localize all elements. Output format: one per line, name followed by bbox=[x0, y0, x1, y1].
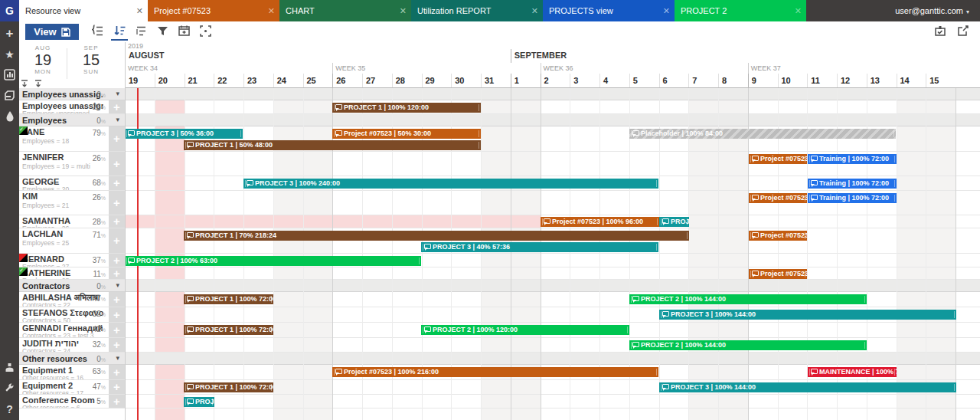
collapse-all-icon[interactable] bbox=[21, 80, 28, 87]
day-header-cell[interactable]: 5 bbox=[629, 74, 659, 88]
task-bar[interactable]: PROJECT 1 | 50% 48:00 bbox=[184, 140, 481, 150]
resource-row[interactable]: Equipment 1Other resources = 16+63% bbox=[19, 365, 125, 380]
resource-row[interactable]: JENNIFEREmployees = 19 = multi+26% bbox=[19, 152, 125, 176]
day-header-cell[interactable]: 24 bbox=[273, 74, 303, 88]
task-bar[interactable]: PROJECT 3 | 40% 57:36 bbox=[421, 242, 658, 252]
day-header-cell[interactable]: 8 bbox=[718, 74, 748, 88]
view-tab[interactable]: Resource view✕ bbox=[19, 0, 148, 21]
add-task-button[interactable]: + bbox=[109, 365, 125, 379]
resource-row[interactable]: GENNADI ГеннадийContractors = 23 = test … bbox=[19, 323, 125, 338]
add-task-button[interactable]: + bbox=[109, 176, 125, 190]
view-tab[interactable]: CHART✕ bbox=[279, 0, 411, 21]
help-icon[interactable]: ? bbox=[0, 402, 19, 418]
add-task-button[interactable]: + bbox=[109, 292, 125, 307]
ganttic-logo[interactable]: G bbox=[0, 0, 19, 21]
day-header-cell[interactable]: 14 bbox=[897, 74, 926, 88]
resource-row[interactable]: STEFANOS ΣτεφανοςContractors = 50+32% bbox=[19, 307, 125, 323]
day-header-cell[interactable]: 21 bbox=[185, 74, 214, 88]
task-bar[interactable]: PROJECT 1 | 70% 218:24 bbox=[184, 231, 689, 241]
day-header-cell[interactable]: 27 bbox=[362, 74, 392, 88]
wrench-icon[interactable] bbox=[0, 381, 19, 398]
day-header-cell[interactable]: 13 bbox=[867, 74, 897, 88]
day-header-cell[interactable]: 4 bbox=[599, 74, 629, 88]
task-bar[interactable]: Training | 100% 72:00 bbox=[808, 179, 897, 189]
task-bar[interactable]: Placeholder | 100% 84:00 bbox=[629, 129, 896, 139]
task-bar[interactable]: PROJECT 3 | 100% 144:00 bbox=[659, 310, 956, 320]
view-save-button[interactable]: View bbox=[25, 24, 79, 40]
task-bar[interactable]: PROJECT 1 | 100% 72:00 bbox=[184, 382, 273, 392]
resource-row[interactable]: CATHERINEEmployees = 28+✓11% bbox=[19, 267, 125, 280]
add-task-button[interactable]: + bbox=[109, 100, 125, 113]
resource-row[interactable]: Conference RoomOther resources = 6+5% bbox=[19, 395, 125, 409]
day-header-cell[interactable]: 26 bbox=[332, 74, 362, 88]
views-tray-icon[interactable] bbox=[0, 88, 19, 105]
task-bar[interactable]: Project #07523 | 100% 216:00 bbox=[332, 367, 658, 377]
sort-icon[interactable] bbox=[111, 25, 128, 41]
task-bar[interactable]: PROJECT 3 | 100% 240:00 bbox=[243, 179, 658, 189]
task-bar[interactable]: PROJ... bbox=[659, 217, 689, 227]
focus-icon[interactable] bbox=[197, 25, 214, 39]
add-task-button[interactable]: + bbox=[109, 215, 125, 228]
resource-row[interactable]: LACHLANEmployees = 25+71% bbox=[19, 228, 125, 254]
day-header-cell[interactable]: 23 bbox=[243, 74, 273, 88]
group-icon[interactable] bbox=[132, 25, 149, 39]
resource-row[interactable]: KIMEmployees = 21+26% bbox=[19, 191, 125, 215]
task-bar[interactable]: PROJ... bbox=[184, 397, 214, 407]
day-header-cell[interactable]: 9 bbox=[748, 74, 778, 88]
task-bar[interactable]: PROJECT 1 | 100% 72:00 bbox=[184, 294, 273, 304]
resource-row[interactable]: JANEEmployees = 18+✓79% bbox=[19, 126, 125, 152]
add-task-button[interactable]: + bbox=[109, 395, 125, 408]
close-icon[interactable]: ✕ bbox=[136, 6, 143, 16]
day-header-cell[interactable]: 11 bbox=[807, 74, 837, 88]
day-header-cell[interactable]: 2 bbox=[541, 74, 570, 88]
day-header-cell[interactable]: 25 bbox=[303, 74, 333, 88]
chevron-down-icon[interactable]: ▾ bbox=[116, 354, 119, 362]
chevron-down-icon[interactable]: ▾ bbox=[116, 116, 119, 123]
share-icon[interactable] bbox=[957, 25, 972, 38]
close-icon[interactable]: ✕ bbox=[268, 6, 275, 16]
close-icon[interactable]: ✕ bbox=[531, 6, 538, 16]
resource-row[interactable]: GEORGEEmployees = 20+68% bbox=[19, 176, 125, 191]
calendar-add-icon[interactable] bbox=[175, 25, 192, 39]
day-header-cell[interactable]: 7 bbox=[688, 74, 718, 88]
report-chart-icon[interactable] bbox=[0, 67, 19, 84]
resource-row[interactable]: Employees unassignedEmployees unassigned… bbox=[19, 100, 125, 114]
droplet-icon[interactable] bbox=[0, 109, 19, 126]
add-task-button[interactable]: + bbox=[109, 380, 125, 394]
add-task-button[interactable]: + bbox=[109, 323, 125, 337]
view-tab[interactable]: PROJECT 2✕ bbox=[675, 0, 806, 21]
task-bar[interactable]: Project #07523 | ... bbox=[749, 154, 807, 164]
day-header-cell[interactable]: 30 bbox=[451, 74, 481, 88]
task-bar[interactable]: Training | 100% 72:00 bbox=[808, 154, 897, 164]
expand-all-icon[interactable] bbox=[34, 80, 42, 87]
plus-icon[interactable]: + bbox=[0, 26, 19, 43]
day-header-cell[interactable]: 6 bbox=[659, 74, 689, 88]
task-bar[interactable]: Project #07523 | ... bbox=[749, 231, 807, 241]
user-icon[interactable] bbox=[0, 360, 19, 377]
add-task-button[interactable]: + bbox=[109, 228, 125, 253]
task-bar[interactable]: Training | 100% 72:00 bbox=[808, 193, 897, 203]
close-icon[interactable]: ✕ bbox=[400, 6, 407, 16]
task-bar[interactable]: Project #07523 | ... bbox=[749, 193, 807, 203]
close-icon[interactable]: ✕ bbox=[795, 6, 802, 16]
task-bar[interactable]: Project #07523 | ... bbox=[749, 269, 807, 279]
view-tab[interactable]: Project #07523✕ bbox=[148, 0, 279, 21]
user-menu[interactable]: user@ganttic.com▾ bbox=[895, 0, 969, 21]
resource-row[interactable]: Equipment 2Other resources = 17+47% bbox=[19, 380, 125, 395]
add-task-button[interactable]: + bbox=[109, 307, 125, 322]
import-check-icon[interactable] bbox=[934, 25, 949, 38]
add-task-button[interactable]: + bbox=[109, 267, 125, 279]
resource-group-row[interactable]: Employees unassig...▾0% bbox=[19, 88, 125, 100]
day-header-cell[interactable]: 19 bbox=[125, 74, 155, 88]
task-bar[interactable]: PROJECT 2 | 100% 144:00 bbox=[629, 294, 867, 304]
view-tab[interactable]: PROJECTS view✕ bbox=[543, 0, 675, 21]
day-header-cell[interactable]: 15 bbox=[926, 74, 956, 88]
outline-settings-icon[interactable] bbox=[90, 25, 106, 39]
filter-funnel-icon[interactable] bbox=[154, 25, 171, 39]
resource-row[interactable]: BERNARDEmployees = 27+37% bbox=[19, 254, 125, 267]
task-bar[interactable]: PROJECT 2 | 100% 144:00 bbox=[629, 340, 867, 350]
add-task-button[interactable]: + bbox=[109, 254, 125, 267]
resource-row[interactable]: SAMANTHAEmployees = 26+28% bbox=[19, 215, 125, 228]
chevron-down-icon[interactable]: ▾ bbox=[116, 281, 119, 289]
resource-row[interactable]: JUDITH יהודיתContractors = 24+32% bbox=[19, 338, 125, 353]
